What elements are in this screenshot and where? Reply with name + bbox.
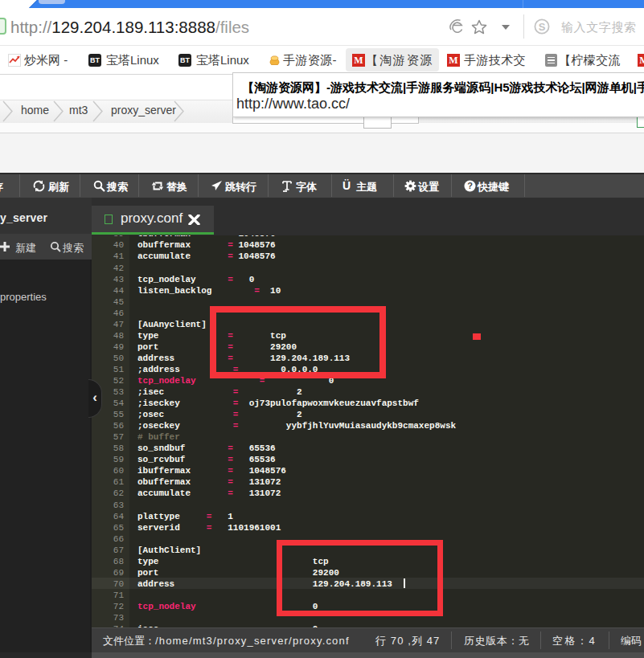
- svg-text:S: S: [539, 21, 546, 33]
- svg-text:?: ?: [467, 181, 473, 190]
